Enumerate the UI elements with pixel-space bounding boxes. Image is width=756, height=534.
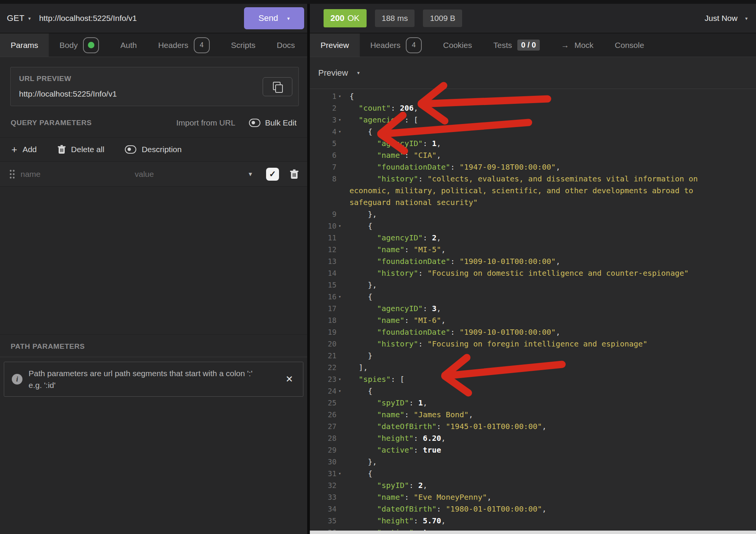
- tab-response-headers[interactable]: Headers 4: [360, 33, 432, 57]
- code-line-14: 14 "history": "Focusing on domestic inte…: [310, 267, 756, 279]
- code-line-32: 32 "spyID": 2,: [310, 480, 756, 491]
- fold-caret-icon[interactable]: ▾: [337, 114, 349, 126]
- path-params-info-text: Path parameters are url path segments th…: [29, 367, 277, 391]
- preview-mode-dropdown[interactable]: Preview ▾: [310, 57, 756, 89]
- code-line-13: 13 "foundationDate": "1909-10-01T00:00:0…: [310, 256, 756, 267]
- param-options-caret-icon[interactable]: ▼: [247, 171, 253, 177]
- code-text: "name": "James Bond",: [349, 409, 739, 421]
- close-info-icon[interactable]: ✕: [283, 374, 295, 385]
- code-line-8: 8 "history": "collects, evaluates, and d…: [310, 173, 756, 208]
- request-bar: GET ▾ http://localhost:5225/Info/v1 Send…: [0, 4, 307, 33]
- line-number: 26: [310, 409, 337, 421]
- request-panel: GET ▾ http://localhost:5225/Info/v1 Send…: [0, 4, 310, 534]
- tab-body[interactable]: Body: [49, 33, 110, 57]
- code-line-4: 4▾ {: [310, 126, 756, 138]
- code-text: "spyID": 2,: [349, 480, 739, 491]
- code-line-28: 28 "height": 6.20,: [310, 432, 756, 444]
- import-from-url-button[interactable]: Import from URL: [176, 118, 235, 127]
- plus-icon: +: [11, 145, 17, 154]
- tab-scripts[interactable]: Scripts: [220, 33, 266, 57]
- line-number: 4: [310, 126, 337, 138]
- code-line-31: 31▾ {: [310, 468, 756, 480]
- code-line-25: 25 "spyID": 1,: [310, 397, 756, 409]
- code-text: "spyID": 1,: [349, 397, 739, 409]
- tab-cookies[interactable]: Cookies: [432, 33, 483, 57]
- code-text: "history": "collects, evaluates, and dis…: [349, 173, 739, 208]
- code-line-26: 26 "name": "James Bond",: [310, 409, 756, 421]
- path-parameters-header: PATH PARAMETERS: [0, 335, 307, 357]
- drag-handle-icon[interactable]: [9, 169, 15, 179]
- copy-url-button[interactable]: [263, 77, 292, 96]
- code-line-30: 30 },: [310, 456, 756, 468]
- code-line-1: 1▾{: [310, 91, 756, 102]
- horizontal-scrollbar[interactable]: [310, 531, 756, 534]
- code-line-16: 16▾ {: [310, 291, 756, 303]
- response-panel: 200OK 188 ms 1009 B Just Now ▾ Preview H…: [310, 4, 756, 534]
- request-url-input[interactable]: http://localhost:5225/Info/v1: [39, 14, 244, 23]
- tab-tests[interactable]: Tests 0 / 0: [483, 33, 550, 57]
- body-set-dot-icon: [88, 42, 94, 48]
- line-number: 15: [310, 279, 337, 291]
- fold-caret-icon[interactable]: ▾: [337, 468, 349, 480]
- code-line-24: 24▾ {: [310, 385, 756, 397]
- line-number: 23: [310, 373, 337, 385]
- send-button[interactable]: Send ▾: [244, 7, 304, 29]
- code-line-33: 33 "name": "Eve MoneyPenny",: [310, 491, 756, 503]
- send-options-caret-icon[interactable]: ▾: [287, 16, 290, 21]
- tab-auth[interactable]: Auth: [110, 33, 147, 57]
- delete-all-button[interactable]: Delete all: [57, 145, 105, 154]
- path-parameters-section: PATH PARAMETERS i Path parameters are ur…: [0, 334, 307, 397]
- code-text: ],: [349, 362, 739, 373]
- tab-mock[interactable]: → Mock: [550, 33, 604, 57]
- code-text: "active": true: [349, 444, 739, 456]
- trash-icon: [57, 145, 66, 154]
- line-number: 13: [310, 256, 337, 267]
- param-enabled-checkbox[interactable]: ✓: [266, 168, 279, 181]
- description-toggle-button[interactable]: Description: [125, 145, 182, 154]
- line-number: 9: [310, 208, 337, 220]
- url-preview-label: URL PREVIEW: [19, 75, 290, 83]
- code-text: {: [349, 220, 739, 232]
- app-window: GET ▾ http://localhost:5225/Info/v1 Send…: [0, 0, 756, 534]
- line-number: 5: [310, 138, 337, 149]
- bulk-edit-button[interactable]: Bulk Edit: [249, 118, 297, 127]
- bulk-edit-icon: [249, 119, 260, 127]
- tab-preview[interactable]: Preview: [310, 33, 360, 57]
- code-text: {: [349, 468, 739, 480]
- params-view: URL PREVIEW http://localhost:5225/Info/v…: [0, 57, 307, 534]
- code-text: "agencyID": 1,: [349, 138, 739, 149]
- add-param-button[interactable]: + Add: [11, 145, 37, 154]
- response-body-viewer[interactable]: 1▾{2 "count": 206,3▾ "agencies": [4▾ {5 …: [310, 89, 756, 534]
- method-caret-icon[interactable]: ▾: [28, 16, 31, 21]
- code-text: },: [349, 456, 739, 468]
- param-value-input[interactable]: value: [135, 170, 247, 179]
- fold-caret-icon[interactable]: ▾: [337, 91, 349, 102]
- fold-caret-icon[interactable]: ▾: [337, 385, 349, 397]
- fold-caret-icon[interactable]: ▾: [337, 291, 349, 303]
- tab-docs[interactable]: Docs: [266, 33, 306, 57]
- method-selector[interactable]: GET: [7, 13, 24, 23]
- code-text: "dateOfBirth": "1980-01-01T00:00:00",: [349, 503, 739, 515]
- line-number: 24: [310, 385, 337, 397]
- window-top-edge: [0, 0, 756, 4]
- line-number: 19: [310, 326, 337, 338]
- code-text: "name": "Eve MoneyPenny",: [349, 491, 739, 503]
- query-params-toolbar: + Add Delete all Description: [0, 137, 307, 162]
- mock-arrow-icon: →: [561, 41, 569, 50]
- query-parameters-header: QUERY PARAMETERS Import from URL Bulk Ed…: [0, 118, 307, 127]
- code-line-20: 20 "history": "Focusing on foregin intel…: [310, 338, 756, 350]
- fold-caret-icon[interactable]: ▾: [337, 373, 349, 385]
- tab-params[interactable]: Params: [0, 33, 49, 57]
- fold-caret-icon[interactable]: ▾: [337, 126, 349, 138]
- fold-caret-icon[interactable]: ▾: [337, 220, 349, 232]
- line-number: 28: [310, 432, 337, 444]
- line-number: 3: [310, 114, 337, 126]
- response-history-dropdown[interactable]: Just Now ▾: [705, 14, 748, 23]
- url-preview-value: http://localhost:5225/Info/v1: [19, 89, 290, 99]
- param-delete-icon[interactable]: [290, 169, 299, 179]
- code-text: "foundationDate": "1909-10-01T00:00:00",: [349, 256, 739, 267]
- param-name-input[interactable]: name: [21, 170, 135, 179]
- history-caret-icon: ▾: [745, 16, 748, 21]
- tab-headers[interactable]: Headers 4: [147, 33, 220, 57]
- tab-console[interactable]: Console: [604, 33, 655, 57]
